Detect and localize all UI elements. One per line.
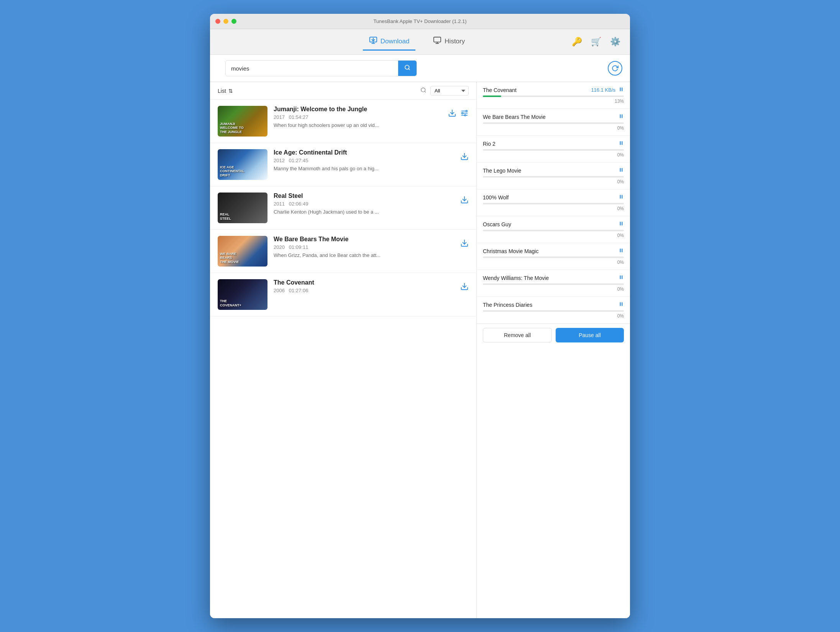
- list-controls: All Movies TV Shows: [420, 86, 469, 95]
- list-item: JUMANJI WELCOME TO THE JUNGLE Jumanji: W…: [210, 100, 476, 143]
- progress-bar: [483, 310, 624, 312]
- svg-point-17: [464, 115, 466, 116]
- pause-button[interactable]: [619, 301, 624, 308]
- movie-description: When Grizz, Panda, and Ice Bear catch th…: [274, 252, 454, 258]
- progress-percent: 0%: [483, 152, 624, 158]
- search-area: [210, 55, 630, 82]
- progress-percent: 13%: [483, 99, 624, 104]
- settings-options-button[interactable]: [460, 109, 469, 117]
- filter-select[interactable]: All Movies TV Shows: [430, 86, 469, 95]
- history-tab-icon: [433, 36, 441, 46]
- download-button[interactable]: [460, 196, 469, 204]
- search-filter-icon[interactable]: [420, 87, 427, 95]
- refresh-button[interactable]: [608, 61, 622, 76]
- tab-history[interactable]: History: [427, 33, 471, 51]
- download-item: Wendy Williams: The Movie 0%: [477, 270, 630, 297]
- svg-rect-28: [620, 168, 621, 171]
- movie-thumbnail: JUMANJI WELCOME TO THE JUNGLE: [218, 106, 267, 137]
- download-speed: 116.1 KB/s: [591, 87, 615, 93]
- progress-percent: 0%: [483, 313, 624, 319]
- svg-rect-34: [620, 249, 621, 252]
- movie-info: Real Steel 2011 02:06:49 Charlie Kenton …: [274, 193, 454, 215]
- app-window: TunesBank Apple TV+ Downloader (1.2.1) D…: [210, 14, 630, 618]
- toolbar-tabs: Download History: [363, 33, 471, 51]
- download-title: Christmas Movie Magic: [483, 248, 538, 254]
- list-item: ICE AGE CONTINENTAL DRIFT Ice Age: Conti…: [210, 143, 476, 186]
- progress-bar: [483, 149, 624, 151]
- cart-button[interactable]: 🛒: [589, 35, 603, 49]
- svg-rect-33: [622, 222, 622, 225]
- right-panel: The Covenant 116.1 KB/s 13%: [477, 82, 630, 618]
- progress-percent: 0%: [483, 179, 624, 184]
- list-item: REAL STEEL Real Steel 2011 02:06:49 Char…: [210, 186, 476, 230]
- movie-thumbnail: THE COVENANT+: [218, 279, 267, 310]
- pause-button[interactable]: [619, 114, 624, 120]
- movie-meta: 2017 01:54:27: [274, 114, 442, 120]
- svg-rect-37: [622, 275, 622, 279]
- download-item-header: The Princess Diaries: [483, 301, 624, 308]
- progress-percent: 0%: [483, 260, 624, 265]
- download-item: The Princess Diaries 0%: [477, 297, 630, 324]
- svg-rect-27: [622, 141, 622, 145]
- remove-all-button[interactable]: Remove all: [483, 328, 552, 342]
- list-header: List ⇅ All Movies TV Shows: [210, 82, 476, 100]
- movie-thumbnail: ICE AGE CONTINENTAL DRIFT: [218, 149, 267, 180]
- history-tab-label: History: [445, 38, 465, 45]
- pause-button[interactable]: [619, 275, 624, 281]
- settings-button[interactable]: ⚙️: [609, 35, 622, 49]
- progress-percent: 0%: [483, 125, 624, 131]
- key-button[interactable]: 🔑: [570, 35, 584, 49]
- maximize-button[interactable]: [231, 19, 236, 24]
- movie-title: Real Steel: [274, 193, 454, 199]
- left-panel: List ⇅ All Movies TV Shows: [210, 82, 477, 618]
- svg-rect-23: [622, 87, 622, 91]
- download-button[interactable]: [460, 239, 469, 247]
- download-button[interactable]: [460, 282, 469, 291]
- traffic-lights: [215, 19, 236, 24]
- download-title: The Lego Movie: [483, 168, 521, 174]
- toolbar-right: 🔑 🛒 ⚙️: [570, 35, 622, 49]
- movie-actions: [460, 149, 469, 161]
- svg-rect-26: [620, 141, 621, 145]
- pause-button[interactable]: [619, 194, 624, 201]
- download-button[interactable]: [460, 152, 469, 161]
- svg-rect-30: [620, 195, 621, 198]
- download-button[interactable]: [448, 109, 456, 117]
- pause-button[interactable]: [619, 221, 624, 227]
- search-button[interactable]: [398, 61, 417, 76]
- pause-button[interactable]: [619, 140, 624, 147]
- download-tab-label: Download: [381, 38, 410, 45]
- movie-info: Jumanji: Welcome to the Jungle 2017 01:5…: [274, 106, 442, 128]
- svg-rect-35: [622, 249, 622, 252]
- right-panel-footer: Remove all Pause all: [477, 324, 630, 346]
- progress-fill: [483, 95, 501, 97]
- download-item: Oscars Guy 0%: [477, 216, 630, 243]
- download-title: Rio 2: [483, 141, 495, 147]
- pause-button[interactable]: [619, 248, 624, 254]
- svg-line-10: [425, 91, 426, 92]
- download-item: 100% Wolf 0%: [477, 189, 630, 216]
- thumb-label: REAL STEEL: [220, 212, 231, 221]
- movie-description: Manny the Mammoth and his pals go on a h…: [274, 166, 454, 171]
- minimize-button[interactable]: [223, 19, 228, 24]
- download-item-header: 100% Wolf: [483, 194, 624, 201]
- svg-rect-25: [622, 114, 622, 118]
- pause-button[interactable]: [619, 167, 624, 174]
- movie-description: When four high schoolers power up an old…: [274, 122, 442, 128]
- tab-download[interactable]: Download: [363, 33, 416, 51]
- list-sort-icon[interactable]: ⇅: [228, 88, 233, 94]
- svg-rect-29: [622, 168, 622, 171]
- content-area: List ⇅ All Movies TV Shows: [210, 82, 630, 618]
- movie-actions: [448, 106, 469, 117]
- movie-info: Ice Age: Continental Drift 2012 01:27:45…: [274, 149, 454, 171]
- close-button[interactable]: [215, 19, 220, 24]
- search-input[interactable]: [226, 61, 398, 76]
- svg-rect-24: [620, 114, 621, 118]
- pause-all-button[interactable]: Pause all: [556, 328, 624, 342]
- thumb-label: WE BARE BEARS THE MOVIE: [220, 252, 239, 264]
- svg-rect-36: [620, 275, 621, 279]
- pause-button[interactable]: [619, 87, 624, 93]
- progress-percent: 0%: [483, 206, 624, 211]
- progress-percent: 0%: [483, 286, 624, 292]
- movie-actions: [460, 236, 469, 247]
